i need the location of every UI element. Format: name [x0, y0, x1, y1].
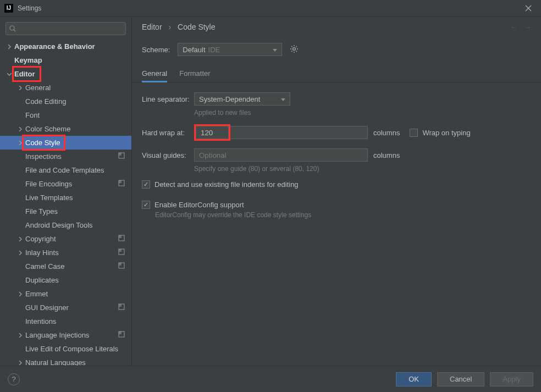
tree-item-label: Copyright	[25, 235, 118, 243]
chevron-right-icon	[5, 45, 13, 49]
tree-item-appearance-behavior[interactable]: Appearance & Behavior	[0, 40, 131, 53]
tree-item-file-types[interactable]: File Types	[0, 205, 131, 218]
tree-item-duplicates[interactable]: Duplicates	[0, 273, 131, 287]
tree-item-label: File Types	[25, 207, 127, 216]
editorconfig-help: EditorConfig may override the IDE code s…	[155, 211, 531, 219]
help-button[interactable]: ?	[8, 373, 20, 385]
breadcrumb-root: Editor	[142, 23, 162, 31]
chevron-right-icon	[16, 333, 24, 338]
chevron-right-icon	[16, 361, 24, 365]
forward-button[interactable]: →	[524, 23, 531, 31]
modified-icon	[118, 180, 127, 188]
tree-item-live-edit-of-compose-literals[interactable]: Live Edit of Compose Literals	[0, 342, 131, 356]
content-panel: Editor › Code Style ← → Scheme: Default …	[132, 16, 541, 366]
scheme-dropdown[interactable]: Default IDE	[178, 43, 282, 56]
tree-item-label: Emmet	[25, 290, 127, 298]
tree-item-camel-case[interactable]: Camel Case	[0, 260, 131, 273]
chevron-right-icon: ›	[168, 23, 171, 31]
cancel-button[interactable]: Cancel	[437, 372, 484, 387]
tree-item-color-scheme[interactable]: Color Scheme	[0, 122, 131, 136]
tree-item-android-design-tools[interactable]: Android Design Tools	[0, 218, 131, 232]
tree-item-intentions[interactable]: Intentions	[0, 314, 131, 328]
tree-item-language-injections[interactable]: Language Injections	[0, 328, 131, 342]
tree-item-label: File Encodings	[25, 180, 118, 188]
tree-item-general[interactable]: General	[0, 81, 131, 95]
scheme-label: Scheme:	[142, 46, 170, 54]
chevron-down-icon	[5, 72, 13, 76]
tree-item-editor[interactable]: Editor	[0, 67, 131, 81]
tree-item-gui-designer[interactable]: GUI Designer	[0, 301, 131, 314]
chevron-down-icon	[273, 46, 277, 54]
tree-item-inlay-hints[interactable]: Inlay Hints	[0, 246, 131, 260]
tree-item-font[interactable]: Font	[0, 108, 131, 122]
tree-item-copyright[interactable]: Copyright	[0, 232, 131, 246]
tree-item-file-encodings[interactable]: File Encodings	[0, 177, 131, 191]
tree-item-label: Live Edit of Compose Literals	[25, 345, 127, 353]
modified-icon	[118, 152, 127, 161]
tree-item-label: Natural Languages	[25, 358, 127, 366]
tree-item-label: Appearance & Behavior	[14, 42, 127, 51]
chevron-right-icon	[16, 237, 24, 241]
hard-wrap-input-extra[interactable]	[230, 126, 368, 139]
search-box[interactable]	[5, 22, 126, 35]
back-button[interactable]: ←	[510, 23, 517, 31]
detect-indents-checkbox[interactable]	[142, 180, 150, 189]
tree-item-code-style[interactable]: Code Style	[0, 136, 131, 150]
scheme-suffix: IDE	[208, 46, 220, 54]
tree-item-label: Color Scheme	[25, 125, 127, 133]
tree-item-code-editing[interactable]: Code Editing	[0, 95, 131, 108]
svg-rect-12	[119, 304, 122, 307]
visual-guides-label: Visual guides:	[142, 151, 194, 159]
window-title: Settings	[18, 4, 41, 12]
modified-icon	[118, 249, 127, 257]
wrap-on-typing-checkbox[interactable]	[410, 129, 418, 137]
apply-button[interactable]: Apply	[490, 372, 533, 387]
detect-indents-label: Detect and use existing file indents for…	[154, 180, 299, 189]
search-input[interactable]	[18, 25, 122, 32]
tab-general[interactable]: General	[142, 66, 167, 82]
visual-guides-input[interactable]	[194, 148, 368, 162]
line-separator-value: System-Dependent	[199, 95, 260, 103]
chevron-right-icon	[16, 251, 24, 255]
tree-item-label: Duplicates	[25, 276, 127, 284]
sidebar: Appearance & BehaviorKeymapEditorGeneral…	[0, 16, 132, 366]
gear-icon	[290, 45, 299, 53]
editorconfig-checkbox[interactable]	[142, 201, 150, 209]
breadcrumb-leaf: Code Style	[178, 23, 215, 31]
tree-item-label: Camel Case	[25, 262, 118, 270]
close-button[interactable]	[520, 0, 537, 16]
hard-wrap-input[interactable]	[196, 126, 229, 139]
tree-item-natural-languages[interactable]: Natural Languages	[0, 356, 131, 366]
tree-item-label: General	[25, 84, 127, 92]
tree-item-inspections[interactable]: Inspections	[0, 150, 131, 163]
chevron-right-icon	[16, 141, 24, 145]
tree-item-label: File and Code Templates	[25, 166, 127, 174]
ok-button[interactable]: OK	[396, 372, 432, 387]
tree-item-live-templates[interactable]: Live Templates	[0, 191, 131, 205]
tree-item-label: Inspections	[25, 152, 118, 161]
close-icon	[525, 5, 532, 12]
line-separator-dropdown[interactable]: System-Dependent	[194, 92, 290, 106]
columns-label-2: columns	[373, 151, 400, 159]
tree-item-label: Font	[25, 111, 127, 119]
svg-rect-4	[119, 180, 122, 183]
svg-point-0	[10, 26, 14, 30]
svg-rect-8	[119, 249, 122, 252]
svg-rect-14	[119, 332, 122, 334]
tree-item-label: Live Templates	[25, 194, 127, 202]
tree-item-label: Keymap	[14, 56, 127, 64]
settings-tree: Appearance & BehaviorKeymapEditorGeneral…	[0, 40, 131, 366]
svg-point-15	[293, 47, 296, 50]
wrap-on-typing-label: Wrap on typing	[422, 129, 470, 137]
svg-rect-10	[119, 263, 122, 266]
tree-item-emmet[interactable]: Emmet	[0, 287, 131, 301]
tree-item-file-and-code-templates[interactable]: File and Code Templates	[0, 163, 131, 177]
scheme-settings-button[interactable]	[290, 45, 299, 55]
columns-label: columns	[373, 129, 400, 137]
chevron-right-icon	[16, 292, 24, 296]
tab-formatter[interactable]: Formatter	[179, 66, 210, 82]
tree-item-label: Intentions	[25, 317, 127, 325]
chevron-down-icon	[281, 95, 285, 103]
tree-item-keymap[interactable]: Keymap	[0, 53, 131, 67]
svg-rect-6	[119, 235, 122, 238]
